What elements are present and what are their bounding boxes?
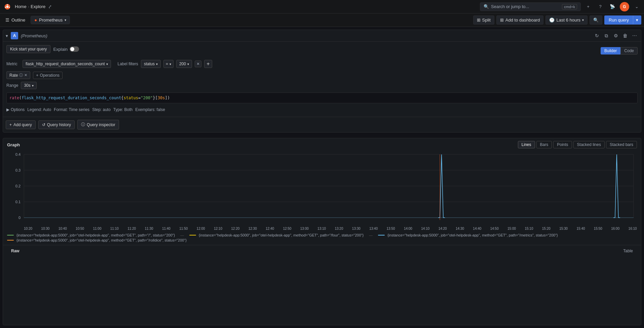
menu-icon: ☰ (5, 17, 9, 23)
search-placeholder: Search or jump to... (491, 4, 560, 9)
run-query-split: Run query ▾ (604, 15, 641, 25)
prometheus-icon: ● (34, 17, 37, 23)
operations-row: Rate ⓘ ✕ + Operations (6, 71, 638, 79)
table-tab[interactable]: Table (619, 247, 637, 255)
options-toggle[interactable]: ▶ Options (6, 107, 25, 112)
top-nav: Home › Explore ⤤ 🔍 Search or jump to... … (0, 0, 644, 13)
graph-header: Graph Lines Bars Points Stacked lines St… (3, 138, 641, 151)
svg-point-2 (7, 4, 8, 5)
add-filter-button[interactable]: + (204, 60, 212, 68)
datasource-select[interactable]: ● Prometheus ▾ (31, 16, 70, 24)
collapse-query-icon[interactable]: ▾ (6, 33, 8, 38)
rate-remove-button[interactable]: ✕ (24, 73, 27, 77)
legend-option: Legend: Auto (27, 107, 51, 112)
kickstart-row: Kick start your query Explain (6, 45, 79, 53)
options-label: Options (11, 107, 25, 112)
explain-label: Explain (53, 47, 68, 52)
builder-tab[interactable]: Builder (601, 47, 620, 54)
collapse-nav-icon[interactable]: ⌄ (632, 2, 641, 11)
range-label: Range (6, 83, 18, 88)
explain-toggle[interactable] (70, 46, 79, 52)
search-icon: 🔍 (484, 4, 489, 9)
svg-text:0: 0 (18, 216, 21, 220)
add-operation-button[interactable]: + Operations (33, 72, 63, 79)
query-toolbar: + Add query ↺ Query history ⓘ Query insp… (3, 117, 641, 132)
step-option: Step: auto (92, 107, 111, 112)
svg-text:0.2: 0.2 (15, 184, 21, 188)
chevron-down-icon: ▾ (169, 62, 171, 66)
grafana-logo[interactable] (3, 2, 12, 11)
exemplars-option: Exemplars: false (135, 107, 165, 112)
add-to-dashboard-button[interactable]: ⊞ Add to dashboard (496, 15, 544, 25)
graph-type-points[interactable]: Points (553, 141, 572, 148)
metric-select[interactable]: flask_http_request_duration_seconds_coun… (23, 60, 111, 68)
search-shortcut: cmd+k (562, 4, 577, 9)
filter-remove-button[interactable]: ✕ (195, 61, 201, 67)
inspector-icon: ⓘ (81, 122, 85, 127)
qs-metric: flask_http_request_duration_seconds_coun… (22, 96, 121, 100)
avatar[interactable]: G (620, 2, 629, 11)
code-tab[interactable]: Code (620, 47, 638, 54)
query-more-icon[interactable]: ⋯ (631, 32, 638, 39)
filter-op-select[interactable]: = ▾ (163, 60, 174, 68)
add-button[interactable]: + (583, 2, 593, 11)
graph-title: Graph (7, 142, 20, 147)
options-row: ▶ Options Legend: Auto Format: Time seri… (6, 106, 638, 113)
graph-type-tabs: Lines Bars Points Stacked lines Stacked … (518, 141, 637, 148)
plus-icon: + (36, 73, 38, 78)
kickstart-button[interactable]: Kick start your query (6, 45, 50, 53)
filter-value-select[interactable]: 200 ▾ (176, 60, 192, 68)
table-tabs: Table (619, 247, 637, 255)
filter-key-select[interactable]: status ▾ (141, 60, 161, 68)
global-search[interactable]: 🔍 Search or jump to... cmd+k (480, 2, 581, 11)
breadcrumb-separator: › (28, 4, 29, 9)
add-query-button[interactable]: + Add query (6, 120, 36, 129)
query-delete-icon[interactable]: 🗑 (621, 32, 629, 39)
svg-point-4 (5, 7, 6, 8)
run-query-arrow[interactable]: ▾ (633, 15, 641, 25)
explore-link[interactable]: Explore (31, 4, 45, 9)
query-history-button[interactable]: ↺ Query history (38, 120, 75, 129)
legend-item: {instance="helpdesk-app:5000", job="otel… (7, 233, 637, 237)
qs-function: rate (9, 96, 19, 100)
graph-type-bars[interactable]: Bars (536, 141, 552, 148)
help-icon[interactable]: ? (596, 2, 605, 11)
legend-item: {instance="helpdesk-app:5000", job="otel… (7, 238, 637, 242)
query-copy-icon[interactable]: ⧉ (603, 32, 610, 39)
notifications-icon[interactable]: 📡 (608, 2, 617, 11)
query-refresh-icon[interactable]: ↻ (593, 32, 601, 39)
outline-button[interactable]: ☰ Outline (3, 16, 28, 24)
split-button[interactable]: ⊞ Split (473, 15, 494, 25)
chart-container: 0.4 0.3 0.2 0.1 0 10:20 10 (3, 151, 641, 230)
graph-type-stacked-lines[interactable]: Stacked lines (573, 141, 605, 148)
run-query-button[interactable]: Run query (604, 15, 633, 25)
chart-legend: {instance="helpdesk-app:5000", job="otel… (3, 230, 641, 245)
query-inspector-button[interactable]: ⓘ Query inspector (77, 120, 119, 130)
chevron-down-icon: ▾ (106, 62, 108, 66)
query-settings-icon[interactable]: ⚙ (612, 32, 619, 39)
range-row: Range 30s ▾ (6, 82, 638, 89)
rate-label: Rate (9, 73, 18, 78)
home-link[interactable]: Home (15, 4, 27, 9)
chevron-down-icon: ▾ (582, 18, 584, 22)
nav-right: + ? 📡 G ⌄ (583, 2, 641, 11)
share-icon[interactable]: ⤤ (48, 4, 52, 9)
graph-type-stacked-bars[interactable]: Stacked bars (606, 141, 637, 148)
graph-type-lines[interactable]: Lines (518, 141, 535, 148)
rate-info-icon[interactable]: ⓘ (19, 73, 23, 78)
history-icon: ↺ (42, 122, 45, 127)
zoom-out-button[interactable]: 🔍 (590, 15, 602, 25)
raw-tabs: Raw (7, 247, 24, 255)
range-select[interactable]: 30s ▾ (21, 82, 36, 89)
query-id-badge: A (11, 32, 18, 39)
svg-text:0.4: 0.4 (15, 152, 21, 156)
query-panel: ▾ A (Prometheus) ↻ ⧉ ⚙ 🗑 ⋯ Kick start yo… (3, 30, 641, 133)
raw-tab[interactable]: Raw (7, 247, 24, 255)
explain-row: Explain (53, 46, 79, 52)
split-icon: ⊞ (477, 17, 481, 23)
main-content: ▾ A (Prometheus) ↻ ⧉ ⚙ 🗑 ⋯ Kick start yo… (0, 27, 644, 328)
query-string: rate(flask_http_request_duration_seconds… (6, 93, 638, 103)
query-body: Kick start your query Explain Builder Co… (3, 42, 641, 117)
time-range-button[interactable]: 🕐 Last 6 hours ▾ (545, 15, 588, 25)
breadcrumb: Home › Explore ⤤ (15, 4, 477, 9)
